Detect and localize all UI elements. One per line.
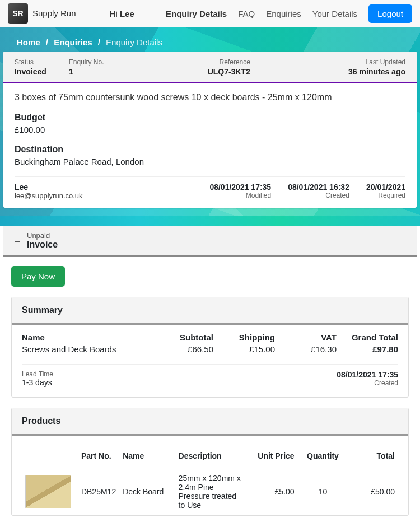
logout-button[interactable]: Logout <box>368 4 412 23</box>
meta-reference: Reference ULQ7-3KT2 <box>208 58 250 76</box>
summary-created-label: Created <box>337 379 398 387</box>
ts-modified-value: 08/01/2021 17:35 <box>209 183 271 192</box>
cell-name: Deck Board <box>119 468 175 515</box>
th-total: Total <box>348 444 398 468</box>
greeting: Hi Lee <box>110 9 134 18</box>
meta-status-label: Status <box>15 58 46 66</box>
summary-subtotal-value: £66.50 <box>152 344 213 354</box>
budget-label: Budget <box>15 113 405 123</box>
products-table: Part No. Name Description Unit Price Qua… <box>22 444 398 515</box>
lead-time-label: Lead Time <box>22 370 53 378</box>
meta-last-updated-value: 36 minutes ago <box>348 67 405 76</box>
contact-block: Lee lee@supplyrun.co.uk <box>15 183 83 200</box>
ts-required: 20/01/2021 Required <box>366 183 405 200</box>
summary-panel: Summary Name Screws and Deck Boards Subt… <box>11 297 409 398</box>
greeting-prefix: Hi <box>110 9 120 18</box>
summary-body: Name Screws and Deck Boards Subtotal £66… <box>12 325 408 397</box>
greeting-name: Lee <box>120 9 134 18</box>
th-part-no: Part No. <box>78 444 119 468</box>
th-image <box>22 444 78 468</box>
brand-logo: SR <box>8 3 28 24</box>
breadcrumb: Home / Enquiries / Enquiry Details <box>0 33 420 52</box>
meta-last-updated: Last Updated 36 minutes ago <box>348 58 405 76</box>
budget-value: £100.00 <box>15 125 405 134</box>
ts-required-value: 20/01/2021 <box>366 183 405 192</box>
meta-reference-value: ULQ7-3KT2 <box>208 67 250 76</box>
breadcrumb-sep: / <box>98 38 100 47</box>
summary-title: Summary <box>12 297 408 325</box>
nav-enquiry-details[interactable]: Enquiry Details <box>166 9 227 18</box>
th-quantity: Quantity <box>298 444 348 468</box>
ts-modified: 08/01/2021 17:35 Modified <box>209 183 271 200</box>
summary-created-ts: 08/01/2021 17:35 <box>337 370 398 379</box>
lead-time-value: 1-3 days <box>22 378 53 387</box>
timestamp-block: 08/01/2021 17:35 Modified 08/01/2021 16:… <box>209 183 405 200</box>
summary-foot-row: Lead Time 1-3 days 08/01/2021 17:35 Crea… <box>22 370 398 387</box>
th-unit-price: Unit Price <box>248 444 298 468</box>
summary-subtotal-label: Subtotal <box>152 333 213 342</box>
divider <box>15 176 405 177</box>
summary-shipping-col: Shipping £15.00 <box>213 333 275 354</box>
destination-label: Destination <box>15 144 405 155</box>
cell-image <box>22 468 78 515</box>
meta-enquiry-no-value: 1 <box>69 67 104 76</box>
summary-shipping-label: Shipping <box>213 333 275 342</box>
enquiry-card: Status Invoiced Enquiry No. 1 Reference … <box>3 52 417 208</box>
divider-strip <box>0 216 420 226</box>
th-name: Name <box>119 444 175 468</box>
brand-name: Supply Run <box>32 9 76 18</box>
nav-your-details[interactable]: Your Details <box>312 9 357 18</box>
cell-quantity: 10 <box>298 468 348 515</box>
meta-status: Status Invoiced <box>15 58 46 76</box>
nav-enquiries[interactable]: Enquiries <box>266 9 301 18</box>
products-header-row: Part No. Name Description Unit Price Qua… <box>22 444 398 468</box>
invoice-status: Unpaid <box>27 231 58 240</box>
pay-now-button[interactable]: Pay Now <box>11 266 65 287</box>
summary-vat-label: VAT <box>275 333 337 342</box>
summary-name-value: Screws and Deck Boards <box>22 344 152 354</box>
top-nav: Enquiry Details FAQ Enquiries Your Detai… <box>166 4 412 23</box>
ts-required-label: Required <box>366 192 405 199</box>
breadcrumb-sep: / <box>46 38 48 47</box>
summary-name-col: Name Screws and Deck Boards <box>22 333 152 354</box>
product-thumbnail <box>25 475 71 508</box>
summary-grand-label: Grand Total <box>337 333 398 342</box>
invoice-titles: Unpaid Invoice <box>27 231 58 250</box>
ts-created-label: Created <box>288 192 349 199</box>
breadcrumb-current: Enquiry Details <box>106 38 162 47</box>
ts-created: 08/01/2021 16:32 Created <box>288 183 349 200</box>
cell-part-no: DB25M12 <box>78 468 119 515</box>
summary-grand-value: £97.80 <box>337 344 398 354</box>
meta-reference-label: Reference <box>208 58 250 66</box>
invoice-header[interactable]: – Unpaid Invoice <box>3 226 417 257</box>
breadcrumb-home[interactable]: Home <box>17 38 40 47</box>
collapse-icon[interactable]: – <box>13 234 21 247</box>
enquiry-meta-row: Status Invoiced Enquiry No. 1 Reference … <box>3 52 417 83</box>
summary-name-label: Name <box>22 333 152 342</box>
top-bar: SR Supply Run Hi Lee Enquiry Details FAQ… <box>0 0 420 27</box>
ts-created-value: 08/01/2021 16:32 <box>288 183 349 192</box>
enquiry-footer-row: Lee lee@supplyrun.co.uk 08/01/2021 17:35… <box>15 183 405 200</box>
summary-vat-col: VAT £16.30 <box>275 333 337 354</box>
hero-banner: Home / Enquiries / Enquiry Details Statu… <box>0 27 420 216</box>
enquiry-body: 3 boxes of 75mm countersunk wood screws … <box>3 83 417 208</box>
products-body: Part No. Name Description Unit Price Qua… <box>12 436 408 515</box>
summary-subtotal-col: Subtotal £66.50 <box>152 333 213 354</box>
products-panel: Products Part No. Name Description Unit … <box>11 408 409 516</box>
table-row: DB25M12 Deck Board 25mm x 120mm x 2.4m P… <box>22 468 398 515</box>
nav-faq[interactable]: FAQ <box>238 9 255 18</box>
breadcrumb-enquiries[interactable]: Enquiries <box>54 38 92 47</box>
summary-shipping-value: £15.00 <box>213 344 275 354</box>
meta-enquiry-no-label: Enquiry No. <box>69 58 104 66</box>
th-description: Description <box>175 444 248 468</box>
contact-email: lee@supplyrun.co.uk <box>15 192 83 200</box>
cell-total: £50.00 <box>348 468 398 515</box>
meta-last-updated-label: Last Updated <box>348 58 405 66</box>
meta-status-value: Invoiced <box>15 67 46 76</box>
invoice-title: Invoice <box>27 240 58 250</box>
contact-name: Lee <box>15 183 83 192</box>
enquiry-description: 3 boxes of 75mm countersunk wood screws … <box>15 92 405 102</box>
summary-grand-col: Grand Total £97.80 <box>337 333 398 354</box>
summary-vat-value: £16.30 <box>275 344 337 354</box>
cell-unit-price: £5.00 <box>248 468 298 515</box>
